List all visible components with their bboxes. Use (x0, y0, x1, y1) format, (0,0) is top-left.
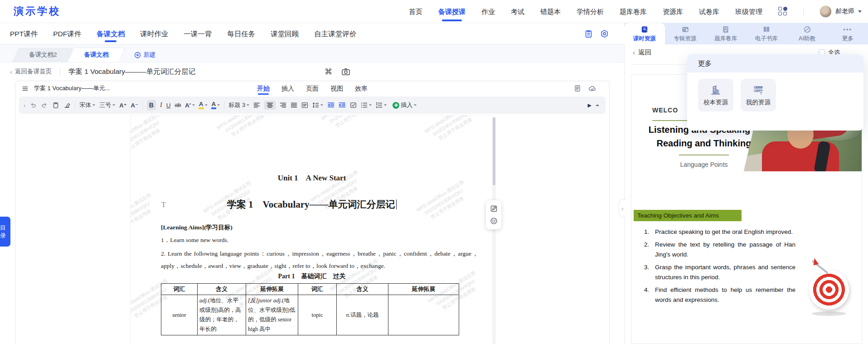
subnav-recite[interactable]: 一课一背 (184, 23, 212, 44)
editor-doc-title: 学案 1 Vocabulary——单元... (34, 84, 110, 92)
watermark: WPS-WebOffice-测试应用SX20240130BHIQ0J禁止用于商业… (320, 116, 377, 134)
menu-icon[interactable] (22, 85, 29, 92)
nav-class-management[interactable]: 班级管理 (735, 0, 762, 23)
subnav-class-homework[interactable]: 课时作业 (140, 23, 168, 44)
editor-toolbar: ‹ 宋体 三号 A⁺ A⁻ B I U ab A′ A A (19, 97, 606, 114)
editor-menus: 开始 插入 页面 视图 效率 (257, 81, 368, 96)
back-to-prep-home[interactable]: ‹ 返回备课首页 (10, 68, 52, 76)
cell-extension-2 (388, 295, 459, 335)
document-page[interactable]: WPS-WebOffice-测试应用SX20240130BHIQ0J禁止用于商业… (131, 116, 493, 344)
align-left-icon[interactable] (253, 102, 260, 108)
gear-icon[interactable] (600, 29, 609, 38)
align-justify-icon[interactable] (291, 102, 297, 108)
subnav-pdf[interactable]: PDF课件 (53, 23, 81, 44)
format-eraser-icon[interactable] (63, 102, 71, 109)
numbered-list-icon (376, 102, 383, 108)
breadcrumb-divider (60, 68, 60, 75)
snip-icon[interactable]: ⌘ (325, 68, 332, 76)
tab-ai-assistant[interactable]: AI助教 (787, 23, 828, 44)
menu-view[interactable]: 视图 (330, 81, 343, 96)
numbered-list-button[interactable] (376, 102, 387, 108)
nav-question-bank[interactable]: 题库卷库 (620, 0, 647, 23)
strikethrough-button[interactable]: ab (175, 102, 181, 108)
collapse-toolbar-button[interactable] (596, 104, 599, 106)
subnav-daily-task[interactable]: 每日任务 (227, 23, 255, 44)
vocabulary-table: 词汇 含义 延伸拓展 词汇 含义 延伸拓展 senior adj.(地位、水平或… (161, 283, 459, 335)
highlight-color-button[interactable]: A (199, 101, 208, 109)
menu-page[interactable]: 页面 (306, 81, 319, 96)
nav-paper-library[interactable]: 试卷库 (699, 0, 719, 23)
increase-indent-icon[interactable] (339, 102, 346, 108)
bold-button[interactable]: B (147, 100, 156, 110)
user-menu[interactable]: 郝老师 (820, 5, 862, 18)
nav-exam[interactable]: 考试 (511, 0, 524, 23)
menu-efficiency[interactable]: 效率 (355, 81, 368, 96)
font-family-select[interactable]: 宋体 (79, 101, 95, 109)
annotate-icon[interactable] (490, 205, 498, 213)
tab-more[interactable]: ••• 更多 (827, 23, 868, 44)
doc-tab-1[interactable]: 备课文档2 (15, 48, 71, 62)
camera-icon[interactable] (341, 67, 350, 76)
tab-ebook-library[interactable]: 电子书库 (746, 23, 787, 44)
smiley-feedback-icon[interactable] (490, 217, 498, 225)
chevron-down-icon (217, 104, 220, 106)
italic-button[interactable]: I (160, 102, 162, 109)
nav-homework[interactable]: 作业 (481, 0, 495, 23)
font-color-button[interactable]: A (212, 101, 220, 109)
undo-icon[interactable] (29, 102, 37, 109)
nav-wrong-questions[interactable]: 错题本 (540, 0, 561, 23)
paste-icon[interactable] (52, 102, 59, 109)
tab-album-resources[interactable]: 专辑资源 (665, 23, 706, 44)
distribute-icon[interactable] (301, 102, 308, 108)
subnav-ppt[interactable]: PPT课件 (10, 23, 38, 44)
cloud-sync-icon[interactable] (588, 85, 596, 92)
popup-title: 更多 (687, 54, 863, 73)
subnav-self-evaluation[interactable]: 自主课堂评价 (314, 23, 356, 44)
increase-font-button[interactable]: A⁺ (119, 102, 126, 109)
document-editor: 学案 1 Vocabulary——单元... 开始 插入 页面 视图 效率 ‹ … (15, 81, 610, 344)
nav-resource-library[interactable]: 资源库 (663, 0, 683, 23)
align-right-icon[interactable] (280, 102, 286, 108)
apps-grid-icon[interactable] (778, 7, 787, 16)
align-center-button[interactable] (264, 101, 276, 110)
subnav-prep-doc[interactable]: 备课文档 (97, 23, 125, 44)
decrease-font-button[interactable]: A⁻ (131, 102, 138, 109)
new-doc-button[interactable]: 新建 (134, 48, 156, 62)
document-scrollbar[interactable] (492, 116, 496, 344)
nav-learning-analysis[interactable]: 学情分析 (577, 0, 604, 23)
dartboard-image (807, 265, 851, 316)
doc-tab-2[interactable]: 备课文档 (71, 48, 122, 62)
nav-home[interactable]: 首页 (409, 0, 422, 23)
present-play-icon[interactable]: ▶ (588, 102, 592, 108)
font-size-select[interactable]: 三号 (99, 101, 115, 109)
clipboard-icon[interactable] (584, 29, 593, 38)
resource-back-button[interactable]: ‹ 返回 (633, 48, 651, 57)
avatar (820, 5, 832, 18)
nav-lesson-prep[interactable]: 备课授课 (438, 0, 466, 23)
toc-side-tab[interactable]: 目录 (0, 217, 10, 247)
decrease-indent-icon[interactable] (327, 102, 335, 108)
outline-doc-icon[interactable] (574, 85, 581, 92)
school-resources-button[interactable]: 校本资源 (698, 79, 733, 111)
paragraph-style-select[interactable]: 标题 3 (228, 101, 249, 109)
tab-lesson-resources[interactable]: 课时资源 (624, 23, 665, 44)
tab-question-bank[interactable]: 100 题库卷库 (705, 23, 746, 44)
toolbar-collapse-left[interactable]: ‹ (24, 102, 25, 109)
learning-aims-heading: [Learning Aims](学习目标) (161, 223, 233, 232)
menu-start[interactable]: 开始 (257, 81, 270, 96)
redo-icon[interactable] (41, 102, 48, 109)
chevron-down-icon (112, 104, 115, 106)
checklist-icon[interactable] (350, 102, 357, 108)
objective-item: 3.Grasp the important words, phrases and… (644, 262, 795, 282)
line-spacing-button[interactable] (312, 102, 323, 108)
panel-collapse-handle[interactable]: ‹ (619, 199, 626, 218)
text-effects-button[interactable]: A′ (185, 102, 195, 109)
bullet-list-button[interactable] (361, 102, 372, 108)
scrollbar-thumb[interactable] (493, 117, 495, 185)
insert-button[interactable]: 插入 (393, 101, 417, 109)
school-logo: 演示学校 (14, 5, 61, 18)
subnav-class-review[interactable]: 课堂回顾 (271, 23, 299, 44)
underline-button[interactable]: U (166, 102, 171, 109)
my-resources-button[interactable]: 我的资源 (741, 79, 776, 111)
menu-insert[interactable]: 插入 (281, 81, 294, 96)
